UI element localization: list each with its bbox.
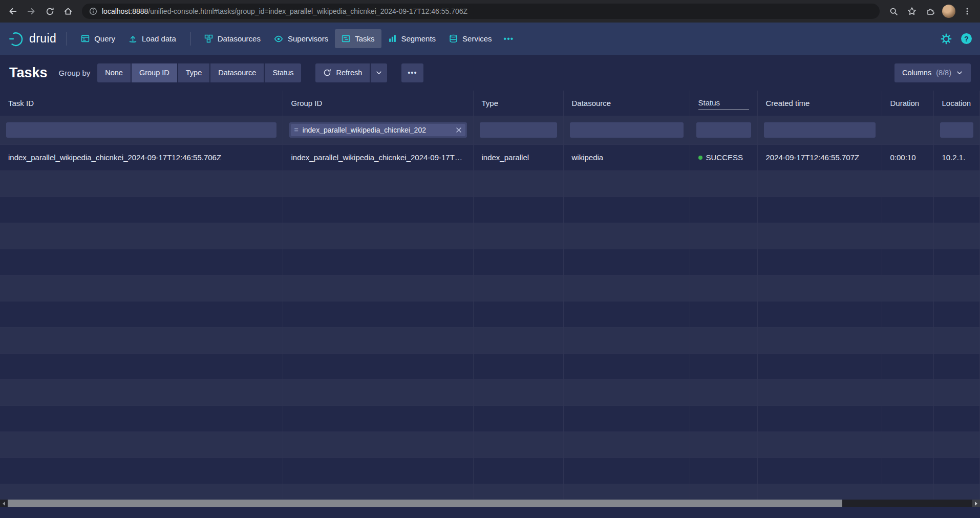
task-row[interactable]: index_parallel_wikipedia_chicnkei_2024-0…	[0, 144, 980, 170]
cell-created-time: 2024-09-17T12:46:55.707Z	[757, 144, 882, 170]
group-by-button-group: None Group ID Type Datasource Status	[97, 63, 301, 82]
home-button[interactable]	[59, 3, 77, 20]
nav-item-query[interactable]: Query	[74, 29, 122, 48]
group-by-datasource-button[interactable]: Datasource	[210, 63, 264, 82]
column-header-type[interactable]: Type	[473, 91, 563, 116]
nav-item-label: Supervisors	[288, 34, 328, 43]
settings-button[interactable]	[941, 33, 952, 45]
zoom-button[interactable]	[885, 3, 902, 20]
tasks-icon	[342, 34, 350, 43]
gear-icon	[941, 33, 952, 45]
columns-button[interactable]: Columns (8/8)	[894, 63, 971, 82]
task-id-filter-input[interactable]	[6, 122, 276, 138]
forward-icon	[27, 7, 36, 16]
nav-item-segments[interactable]: Segments	[381, 29, 443, 48]
scrollbar-track[interactable]	[8, 500, 972, 507]
remove-filter-icon[interactable]	[456, 127, 462, 133]
status-success-dot-icon	[698, 156, 702, 160]
group-by-none-button[interactable]: None	[97, 63, 131, 82]
scroll-left-button[interactable]	[0, 500, 8, 507]
bookmark-button[interactable]	[903, 3, 921, 20]
navbar-right: ?	[941, 33, 972, 45]
zoom-icon	[889, 7, 898, 16]
nav-item-label: Tasks	[355, 34, 374, 43]
page-title: Tasks	[9, 65, 48, 81]
page-more-button[interactable]: •••	[401, 63, 423, 82]
tasks-table-body: = index_parallel_wikipedia_chicnkei_202 …	[0, 116, 980, 500]
nav-item-services[interactable]: Services	[442, 29, 499, 48]
brand-name: druid	[29, 32, 56, 46]
columns-label: Columns	[902, 69, 931, 77]
druid-navbar: druid Query Load data Datasources Superv…	[0, 23, 980, 55]
empty-table-row	[0, 301, 980, 327]
type-filter-input[interactable]	[480, 122, 557, 138]
refresh-split-button: Refresh	[315, 63, 387, 82]
druid-logo-icon	[8, 31, 25, 47]
scroll-right-icon	[975, 502, 977, 506]
url-bar[interactable]: localhost:8888/unified-console.html#task…	[82, 4, 880, 19]
home-icon	[63, 7, 73, 16]
empty-table-row	[0, 275, 980, 301]
location-filter-input[interactable]	[940, 122, 974, 138]
navbar-divider	[67, 32, 67, 46]
column-header-created-time[interactable]: Created time	[757, 91, 882, 116]
navbar-divider	[190, 32, 190, 46]
profile-button[interactable]	[940, 3, 957, 20]
table-filter-row: = index_parallel_wikipedia_chicnkei_202	[0, 116, 980, 144]
nav-item-tasks[interactable]: Tasks	[335, 29, 381, 48]
empty-table-row	[0, 405, 980, 431]
column-header-task-id[interactable]: Task ID	[0, 91, 283, 116]
refresh-icon	[323, 69, 331, 77]
empty-table-row	[0, 379, 980, 405]
avatar	[942, 5, 955, 18]
empty-table-row	[0, 170, 980, 197]
empty-table-row	[0, 353, 980, 379]
datasources-icon	[204, 34, 213, 43]
filter-operator: =	[294, 126, 299, 134]
cell-location: 10.2.1.	[933, 144, 980, 170]
browser-toolbar: localhost:8888/unified-console.html#task…	[0, 0, 980, 23]
cell-duration: 0:00:10	[882, 144, 933, 170]
refresh-button[interactable]: Refresh	[315, 63, 370, 82]
nav-item-label: Query	[94, 34, 115, 43]
cell-status: SUCCESS	[690, 144, 757, 170]
nav-item-supervisors[interactable]: Supervisors	[267, 29, 335, 49]
url-path: /unified-console.html#tasks/group_id=ind…	[148, 7, 467, 15]
column-header-datasource[interactable]: Datasource	[563, 91, 690, 116]
column-header-group-id[interactable]: Group ID	[283, 91, 473, 116]
help-icon: ?	[964, 35, 969, 43]
reload-button[interactable]	[41, 3, 58, 20]
datasource-filter-input[interactable]	[570, 122, 684, 138]
help-button[interactable]: ?	[961, 33, 972, 44]
empty-table-row	[0, 431, 980, 458]
column-header-status[interactable]: Status	[690, 91, 757, 116]
extensions-button[interactable]	[922, 3, 939, 20]
created-time-filter-input[interactable]	[764, 122, 876, 138]
supervisors-icon	[274, 34, 283, 44]
nav-item-datasources[interactable]: Datasources	[198, 29, 267, 48]
back-icon	[8, 7, 17, 16]
filter-value: index_parallel_wikipedia_chicnkei_202	[303, 126, 452, 134]
group-by-type-button[interactable]: Type	[178, 63, 209, 82]
back-button[interactable]	[4, 3, 22, 20]
star-icon	[907, 7, 917, 16]
group-id-filter-input[interactable]: = index_parallel_wikipedia_chicnkei_202	[289, 122, 467, 138]
browser-menu-button[interactable]	[958, 3, 976, 20]
forward-button[interactable]	[23, 3, 40, 20]
chevron-down-icon	[956, 69, 963, 76]
scrollbar-thumb[interactable]	[8, 500, 842, 507]
scroll-right-button[interactable]	[972, 500, 980, 507]
status-filter-input[interactable]	[696, 122, 751, 138]
nav-more-button[interactable]: •••	[499, 29, 519, 49]
druid-logo[interactable]: druid	[8, 31, 56, 47]
nav-item-load-data[interactable]: Load data	[122, 29, 183, 48]
column-header-location[interactable]: Location	[933, 91, 980, 116]
group-by-group-id-button[interactable]: Group ID	[132, 63, 177, 82]
kebab-menu-icon	[963, 7, 971, 15]
group-by-status-button[interactable]: Status	[265, 63, 301, 82]
empty-table-row	[0, 249, 980, 275]
empty-table-row	[0, 458, 980, 484]
refresh-interval-button[interactable]	[371, 63, 387, 82]
horizontal-scrollbar[interactable]	[0, 500, 980, 507]
column-header-duration[interactable]: Duration	[882, 91, 933, 116]
